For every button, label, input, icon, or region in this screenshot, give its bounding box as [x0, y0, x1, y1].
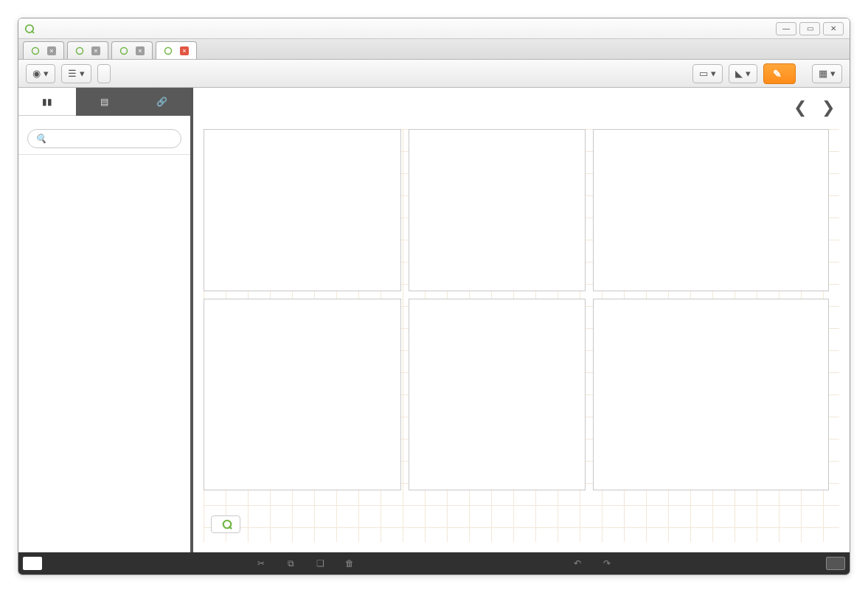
- panel-title: [204, 299, 400, 305]
- screen-icon: ▭: [699, 68, 708, 79]
- nav-menu-button[interactable]: ◉▾: [26, 64, 55, 83]
- barchart-icon: ▮▮: [42, 97, 52, 107]
- bookmark-icon: ◣: [735, 68, 743, 79]
- compass-icon: ◉: [32, 68, 41, 79]
- tab-my-sales-report[interactable]: ×: [67, 41, 108, 59]
- close-icon[interactable]: ×: [91, 46, 100, 55]
- panel-title: [409, 130, 585, 136]
- footer-sheet-icon[interactable]: [23, 557, 42, 570]
- undo-button[interactable]: ↶: [569, 558, 586, 569]
- toolbar: ◉▾ ☰▾ ▭▾ ◣▾ ✎ ▦▾: [18, 60, 850, 88]
- paste-button[interactable]: ❏: [312, 558, 328, 569]
- close-icon[interactable]: ×: [136, 46, 145, 55]
- redo-button[interactable]: ↷: [599, 558, 615, 569]
- present-button[interactable]: ▭▾: [692, 64, 723, 83]
- list-menu-button[interactable]: ☰▾: [61, 64, 91, 83]
- gauge-chart: [409, 136, 586, 280]
- qlik-badge: [211, 515, 240, 533]
- prev-sheet-button[interactable]: ❮: [794, 98, 807, 117]
- svg-point-3: [77, 47, 83, 54]
- search-input[interactable]: 🔍: [27, 129, 181, 148]
- sheet-icon: ▤: [100, 97, 108, 107]
- layout-grid: [204, 129, 839, 542]
- svg-point-5: [165, 47, 172, 54]
- footer: ✂ ⧉ ❏ 🗑 ↶ ↷: [18, 552, 850, 574]
- canvas: ❮ ❯: [193, 88, 850, 552]
- list-icon: ☰: [68, 68, 77, 79]
- cut-button[interactable]: ✂: [253, 558, 269, 569]
- link-icon: 🔗: [156, 97, 167, 107]
- tab-sales-management[interactable]: ×: [156, 41, 197, 59]
- tab-desktop-hub[interactable]: ×: [23, 41, 64, 59]
- window-minimize[interactable]: —: [776, 22, 796, 35]
- qlik-logo-icon: [222, 519, 232, 529]
- done-button[interactable]: ✎: [763, 63, 796, 84]
- assets-panel: ▮▮ ▤ 🔗 🔍: [18, 88, 193, 552]
- combo-chart: [594, 305, 830, 478]
- window-maximize[interactable]: ▭: [799, 22, 820, 35]
- panel-gauge[interactable]: [409, 129, 586, 291]
- bookmark-button[interactable]: ◣▾: [729, 64, 757, 83]
- panel-combo[interactable]: [593, 299, 829, 490]
- assets-tab-fields[interactable]: ▤: [76, 88, 133, 116]
- qlik-logo-icon: [31, 46, 40, 55]
- grid-icon: ▦: [819, 68, 827, 79]
- delete-button[interactable]: 🗑: [341, 558, 358, 569]
- close-icon[interactable]: ×: [47, 46, 56, 55]
- pie-chart: [409, 305, 586, 478]
- panel-pie[interactable]: [409, 299, 586, 490]
- assets-tab-charts[interactable]: ▮▮: [18, 88, 76, 116]
- chart-type-list: [18, 154, 190, 155]
- close-icon[interactable]: ×: [180, 46, 189, 55]
- search-icon: 🔍: [35, 133, 46, 144]
- panel-title: [409, 299, 585, 305]
- bar-chart: [204, 136, 402, 280]
- window-close[interactable]: ✕: [823, 22, 844, 35]
- assets-section-label: [18, 116, 190, 123]
- svg-point-2: [32, 47, 39, 54]
- sheet-grid-button[interactable]: ▦▾: [812, 64, 842, 83]
- pencil-icon: ✎: [773, 68, 782, 80]
- copy-button[interactable]: ⧉: [282, 558, 299, 569]
- svg-point-4: [121, 47, 128, 54]
- qlik-logo-icon: [24, 24, 35, 34]
- treemap-chart: [598, 139, 824, 268]
- scatter-chart: [204, 305, 402, 478]
- panel-title: [204, 130, 400, 136]
- save-button[interactable]: [97, 64, 111, 83]
- footer-right-icon[interactable]: [826, 557, 845, 570]
- next-sheet-button[interactable]: ❯: [822, 98, 835, 117]
- svg-line-7: [229, 527, 232, 529]
- panel-title: [594, 299, 828, 305]
- panel-scatter[interactable]: [204, 299, 401, 490]
- panel-title: [594, 130, 828, 136]
- tab-equity-sales[interactable]: ×: [111, 41, 153, 59]
- tabstrip: × × × ×: [18, 39, 850, 60]
- svg-line-1: [32, 30, 35, 33]
- panel-treemap[interactable]: [593, 129, 829, 291]
- titlebar: — ▭ ✕: [18, 18, 850, 39]
- panel-bar[interactable]: [204, 129, 401, 291]
- assets-tab-links[interactable]: 🔗: [133, 88, 190, 116]
